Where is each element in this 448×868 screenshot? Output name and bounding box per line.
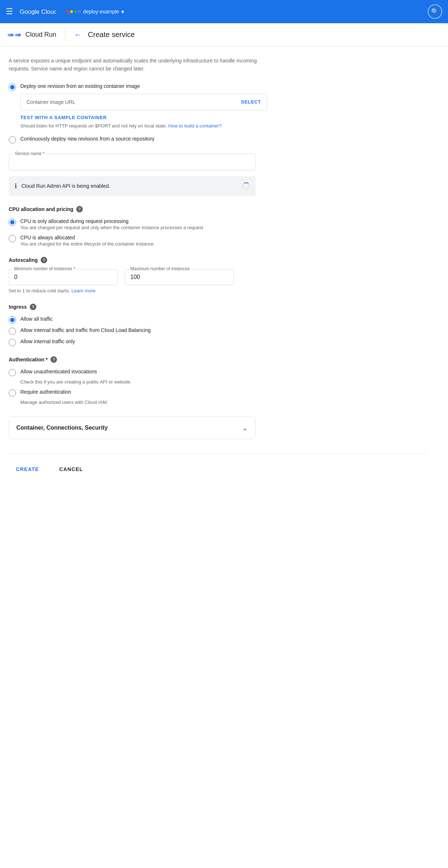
ingress-help-icon[interactable]: ?	[30, 304, 36, 310]
ingress-option-2-text: Allow internal traffic and traffic from …	[20, 327, 151, 333]
learn-more-link[interactable]: Learn more	[72, 288, 95, 293]
topbar-right: 🔍	[428, 4, 442, 19]
cpu-option-2-label[interactable]: CPU is always allocated You are charged …	[9, 235, 427, 247]
nav-divider	[65, 29, 65, 41]
dot3	[74, 10, 77, 13]
main-content: A service exposes a unique endpoint and …	[0, 46, 436, 506]
select-button[interactable]: SELECT	[241, 99, 261, 105]
ingress-option-3: Allow internal traffic only	[9, 338, 427, 346]
auth-heading: Authentication * ?	[9, 356, 427, 363]
ingress-section: Ingress ? Allow all traffic Allow intern…	[9, 304, 427, 346]
api-banner: ℹ Cloud Run Admin API is being enabled.	[9, 176, 256, 196]
cold-start-note: Set to 1 to reduce cold starts. Learn mo…	[9, 288, 427, 293]
autoscaling-inputs: Minimum number of instances * Maximum nu…	[9, 269, 427, 285]
back-button[interactable]: ←	[74, 30, 82, 40]
ingress-option-2-radio[interactable]	[9, 328, 16, 335]
max-instances-wrapper: Maximum number of instances	[125, 269, 234, 285]
project-selector[interactable]: deploy-example ▾	[66, 8, 124, 15]
cpu-option-1: CPU is only allocated during request pro…	[9, 218, 427, 230]
min-instances-wrapper: Minimum number of instances *	[9, 269, 118, 285]
auth-option-2: Require authentication Manage authorized…	[9, 389, 427, 405]
ingress-option-3-radio[interactable]	[9, 339, 16, 346]
cpu-option-1-radio[interactable]	[9, 219, 16, 226]
ingress-option-1-radio[interactable]	[9, 316, 16, 324]
ingress-option-2: Allow internal traffic and traffic from …	[9, 327, 427, 335]
sample-container-link[interactable]: TEST WITH A SAMPLE CONTAINER	[20, 115, 427, 120]
auth-help-icon[interactable]: ?	[50, 356, 57, 363]
container-image-placeholder: Container image URL	[27, 99, 76, 105]
api-banner-text: Cloud Run Admin API is being enabled.	[21, 183, 238, 189]
deploy-option-1[interactable]: Deploy one revision from an existing con…	[9, 83, 427, 91]
service-name-label: Service name *	[13, 151, 46, 156]
expandable-section[interactable]: Container, Connections, Security ⌄	[9, 417, 256, 439]
menu-icon[interactable]: ☰	[6, 7, 13, 16]
create-button[interactable]: CREATE	[9, 463, 46, 476]
autoscaling-section: Autoscaling ? Minimum number of instance…	[9, 257, 427, 293]
ingress-option-2-label[interactable]: Allow internal traffic and traffic from …	[9, 327, 427, 335]
auth-option-1-main: Allow unauthenticated invocations	[20, 369, 97, 374]
deploy-option-1-label: Deploy one revision from an existing con…	[20, 83, 140, 89]
ingress-option-1-label[interactable]: Allow all traffic	[9, 316, 427, 324]
secondbar: ➠➠ Cloud Run ← Create service	[0, 23, 448, 46]
auth-option-1-label[interactable]: Allow unauthenticated invocations	[9, 369, 427, 376]
authentication-section: Authentication * ? Allow unauthenticated…	[9, 356, 427, 405]
ingress-option-1: Allow all traffic	[9, 316, 427, 324]
auth-option-1-radio[interactable]	[9, 369, 16, 376]
service-name-input-wrapper: Service name *	[9, 154, 256, 170]
dot1	[66, 10, 69, 13]
ingress-heading: Ingress ?	[9, 304, 427, 310]
search-icon[interactable]: 🔍	[428, 4, 442, 19]
max-instances-input[interactable]	[130, 274, 228, 280]
auth-option-1-sub: Check this if you are creating a public …	[20, 379, 427, 385]
cpu-help-icon[interactable]: ?	[76, 206, 83, 212]
cpu-option-1-sub: You are charged per request and only whe…	[20, 225, 204, 230]
auth-option-2-radio[interactable]	[9, 389, 16, 397]
min-instances-label: Minimum number of instances *	[13, 266, 77, 271]
dot2	[70, 10, 73, 13]
min-instances-input[interactable]	[14, 274, 112, 280]
page-title: Create service	[88, 31, 135, 39]
sample-container-note: Should listen for HTTP requests on $PORT…	[20, 123, 427, 129]
cloud-run-arrows-icon: ➠➠	[7, 30, 22, 40]
deploy-option-1-radio[interactable]	[9, 84, 16, 91]
cpu-option-1-label[interactable]: CPU is only allocated during request pro…	[9, 218, 427, 230]
cpu-option-2-radio[interactable]	[9, 235, 16, 242]
deploy-option-2-label: Continuously deploy new revisions from a…	[20, 136, 155, 142]
deploy-option-2-radio[interactable]	[9, 136, 16, 143]
cancel-button[interactable]: CANCEL	[52, 463, 90, 476]
how-to-build-link[interactable]: How to build a container?	[168, 123, 222, 129]
required-star: *	[43, 151, 45, 156]
deploy-option-2[interactable]: Continuously deploy new revisions from a…	[9, 136, 427, 143]
bottom-actions: CREATE CANCEL	[9, 454, 427, 484]
chevron-down-icon: ⌄	[242, 423, 248, 432]
auth-option-2-label[interactable]: Require authentication	[9, 389, 427, 397]
topbar: ☰ Google Cloud deploy-example ▾ 🔍	[0, 0, 448, 23]
back-arrow-icon: ←	[74, 30, 82, 40]
cpu-section: CPU allocation and pricing ? CPU is only…	[9, 206, 427, 247]
auth-option-2-sub: Manage authorized users with Cloud IAM.	[20, 399, 427, 405]
autoscaling-help-icon[interactable]: ?	[41, 257, 47, 263]
auth-option-2-main: Require authentication	[20, 389, 71, 395]
dot4	[78, 10, 81, 13]
auth-option-1: Allow unauthenticated invocations Check …	[9, 369, 427, 385]
deploy-option-2-group: Continuously deploy new revisions from a…	[9, 136, 427, 143]
container-image-box: Container image URL SELECT	[20, 94, 267, 110]
ingress-option-1-text: Allow all traffic	[20, 316, 53, 322]
project-dropdown-icon[interactable]: ▾	[121, 8, 124, 15]
autoscaling-heading: Autoscaling ?	[9, 257, 427, 263]
info-icon: ℹ	[15, 182, 17, 190]
expandable-title: Container, Connections, Security	[16, 425, 108, 431]
deploy-option-1-group: Deploy one revision from an existing con…	[9, 83, 427, 129]
service-name-input[interactable]	[15, 159, 249, 165]
cpu-option-2-main: CPU is always allocated	[20, 235, 155, 240]
cpu-option-1-main: CPU is only allocated during request pro…	[20, 218, 204, 224]
project-dots	[66, 10, 81, 13]
logo-text: Google Cloud	[20, 8, 56, 15]
ingress-option-3-label[interactable]: Allow internal traffic only	[9, 338, 427, 346]
product-name: Cloud Run	[25, 31, 56, 38]
cpu-heading: CPU allocation and pricing ?	[9, 206, 427, 212]
page-description: A service exposes a unique endpoint and …	[9, 57, 263, 73]
google-cloud-logo: Google Cloud	[20, 8, 56, 15]
cpu-option-2-sub: You are charged for the entire lifecycle…	[20, 241, 155, 247]
service-name-group: Service name *	[9, 154, 427, 170]
